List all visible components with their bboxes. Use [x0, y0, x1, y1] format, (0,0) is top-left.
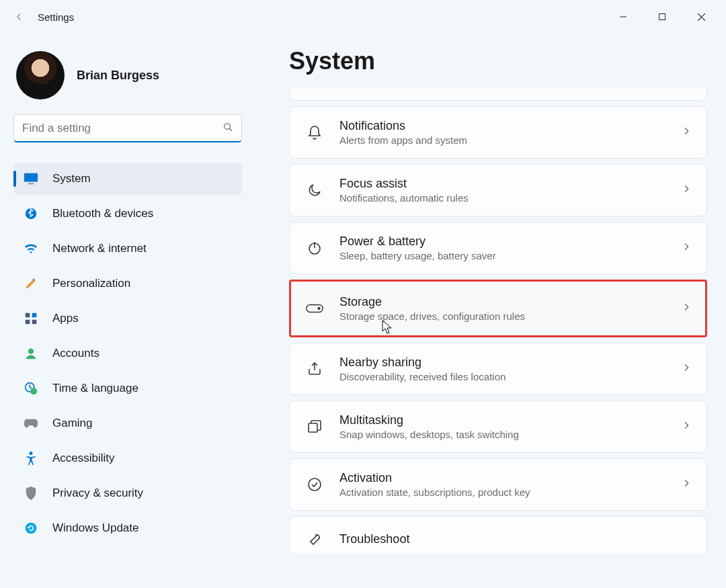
chevron-right-icon	[681, 362, 692, 376]
check-circle-icon	[305, 474, 325, 495]
card-subtitle: Activation state, subscriptions, product…	[339, 487, 681, 498]
card-partial-top[interactable]	[289, 89, 707, 101]
card-subtitle: Storage space, drives, configuration rul…	[339, 310, 681, 322]
minimize-icon	[619, 13, 627, 21]
card-troubleshoot[interactable]: Troubleshoot	[289, 516, 707, 553]
sidebar-item-label: Privacy & security	[52, 487, 143, 500]
card-activation[interactable]: Activation Activation state, subscriptio…	[289, 458, 707, 511]
shield-icon	[23, 485, 39, 501]
card-title: Multitasking	[339, 413, 681, 427]
close-button[interactable]	[682, 3, 721, 30]
main-content: System Notifications Alerts from apps an…	[255, 34, 726, 588]
card-multitasking[interactable]: Multitasking Snap windows, desktops, tas…	[289, 401, 707, 453]
maximize-icon	[658, 13, 666, 21]
card-subtitle: Alerts from apps and system	[339, 134, 681, 146]
svg-point-18	[26, 523, 37, 534]
svg-rect-23	[309, 423, 317, 432]
search-icon	[223, 122, 233, 135]
minimize-button[interactable]	[604, 3, 643, 30]
card-subtitle: Sleep, battery usage, battery saver	[339, 250, 681, 261]
moon-icon	[305, 180, 325, 200]
maximize-button[interactable]	[643, 3, 682, 30]
arrow-left-icon	[13, 11, 25, 23]
sidebar-item-apps[interactable]: Apps	[13, 302, 242, 335]
window-controls	[604, 3, 721, 30]
sidebar-item-personalization[interactable]: Personalization	[13, 267, 242, 300]
svg-rect-12	[26, 320, 30, 325]
card-title: Notifications	[339, 119, 681, 133]
sidebar-item-label: Network & internet	[52, 242, 147, 255]
windows-icon	[305, 417, 325, 437]
svg-rect-7	[28, 183, 34, 184]
chevron-right-icon	[681, 478, 692, 491]
sidebar-item-accessibility[interactable]: Accessibility	[13, 442, 242, 474]
card-power-battery[interactable]: Power & battery Sleep, battery usage, ba…	[289, 222, 707, 274]
power-icon	[305, 238, 325, 258]
apps-icon	[23, 310, 39, 327]
card-title: Focus assist	[339, 177, 681, 191]
svg-rect-11	[32, 313, 37, 318]
card-focus-assist[interactable]: Focus assist Notifications, automatic ru…	[289, 164, 707, 216]
sidebar-item-label: Accessibility	[52, 452, 115, 465]
wrench-icon	[305, 529, 325, 549]
sidebar-item-bluetooth[interactable]: Bluetooth & devices	[13, 198, 242, 230]
card-subtitle: Snap windows, desktops, task switching	[339, 429, 681, 440]
sidebar-item-label: Time & language	[52, 382, 138, 395]
svg-rect-1	[659, 14, 666, 20]
sidebar-item-label: Accounts	[52, 347, 99, 360]
drive-icon	[305, 298, 325, 319]
window-title: Settings	[38, 11, 74, 23]
chevron-right-icon	[681, 420, 692, 433]
sidebar-nav: System Bluetooth & devices Network & int…	[13, 163, 242, 544]
bluetooth-icon	[23, 206, 39, 222]
sidebar-item-label: Personalization	[52, 277, 130, 290]
sidebar-item-accounts[interactable]: Accounts	[13, 337, 242, 370]
gamepad-icon	[23, 415, 39, 431]
accessibility-icon	[23, 450, 39, 466]
card-subtitle: Discoverability, received files location	[339, 371, 681, 382]
sidebar-item-update[interactable]: Windows Update	[13, 512, 242, 544]
display-icon	[23, 171, 39, 187]
sidebar-item-label: Gaming	[52, 417, 93, 430]
sidebar-item-label: Windows Update	[52, 521, 139, 535]
user-name: Brian Burgess	[77, 69, 159, 83]
chevron-right-icon	[681, 241, 692, 255]
sidebar-item-label: System	[52, 172, 91, 185]
card-title: Nearby sharing	[339, 355, 681, 370]
search-input[interactable]	[22, 122, 223, 135]
card-title: Power & battery	[339, 235, 681, 249]
svg-point-24	[309, 478, 321, 491]
card-notifications[interactable]: Notifications Alerts from apps and syste…	[289, 106, 707, 159]
sidebar-item-network[interactable]: Network & internet	[13, 233, 242, 265]
bell-icon	[305, 122, 325, 142]
card-subtitle: Notifications, automatic rules	[339, 192, 681, 204]
sidebar-item-system[interactable]: System	[13, 163, 242, 195]
card-title: Troubleshoot	[339, 532, 692, 546]
sidebar-item-label: Bluetooth & devices	[52, 207, 153, 220]
chevron-right-icon	[681, 126, 692, 139]
sidebar-item-gaming[interactable]: Gaming	[13, 407, 242, 439]
search-box[interactable]	[13, 114, 242, 142]
back-button[interactable]	[5, 3, 32, 30]
card-title: Storage	[339, 295, 681, 309]
svg-rect-10	[26, 313, 30, 318]
share-icon	[305, 359, 325, 379]
user-block[interactable]: Brian Burgess	[13, 46, 242, 112]
chevron-right-icon	[681, 302, 692, 315]
sidebar-item-label: Apps	[52, 312, 79, 325]
sidebar: Brian Burgess System Bluetooth & devices…	[0, 34, 255, 588]
sidebar-item-privacy[interactable]: Privacy & security	[13, 477, 242, 509]
svg-point-4	[225, 123, 231, 129]
page-heading: System	[289, 47, 707, 75]
card-storage[interactable]: Storage Storage space, drives, configura…	[289, 280, 707, 337]
svg-rect-6	[24, 173, 38, 182]
update-icon	[23, 520, 39, 536]
clock-globe-icon	[23, 380, 39, 396]
sidebar-item-time[interactable]: Time & language	[13, 372, 242, 405]
svg-point-16	[30, 388, 37, 394]
avatar	[16, 51, 65, 99]
close-icon	[697, 13, 706, 22]
svg-point-14	[28, 349, 34, 354]
wifi-icon	[23, 241, 39, 257]
card-nearby-sharing[interactable]: Nearby sharing Discoverability, received…	[289, 343, 707, 395]
